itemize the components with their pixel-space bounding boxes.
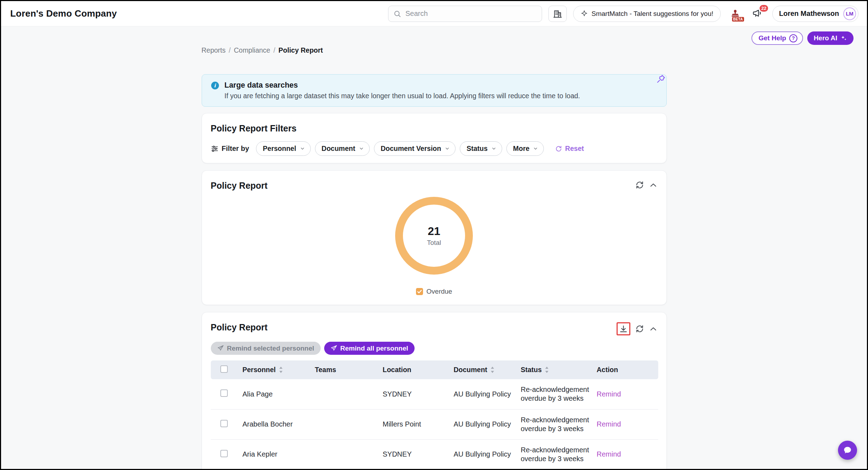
filter-document-version[interactable]: Document Version (374, 141, 456, 156)
donut-chart: 21 Total (211, 195, 658, 276)
get-help-label: Get Help (759, 34, 786, 42)
remind-link[interactable]: Remind (597, 420, 621, 428)
filter-more[interactable]: More (506, 141, 544, 156)
breadcrumb-compliance[interactable]: Compliance (234, 46, 270, 54)
app-header: Loren's Demo Company SmartMatch - Talent… (1, 1, 867, 27)
cell-location: Millers Point (383, 420, 421, 428)
legend-overdue-label: Overdue (427, 288, 452, 295)
filter-by-label-group: Filter by (211, 145, 249, 153)
donut-total-value: 21 (428, 225, 440, 238)
table-row: Alia Page SYDNEY AU Bullying Policy Re-a… (211, 379, 658, 409)
table-header-row: Personnel Teams Location Document Status… (211, 360, 658, 379)
filters-title: Policy Report Filters (211, 123, 658, 134)
search-icon (393, 10, 401, 18)
user-menu[interactable]: Loren Mathewson LM (772, 6, 858, 22)
user-name: Loren Mathewson (779, 10, 839, 18)
legend-overdue-swatch[interactable] (416, 288, 423, 295)
cell-location: SYDNEY (383, 390, 412, 398)
select-all-checkbox[interactable] (220, 365, 228, 373)
cell-location: SYDNEY (383, 450, 412, 458)
smartmatch-label: SmartMatch - Talent suggestions for you! (591, 10, 713, 18)
download-highlight (617, 322, 630, 335)
cell-personnel: Aria Kepler (243, 450, 278, 458)
sparkle-icon (581, 10, 588, 17)
reset-label: Reset (565, 145, 584, 153)
cell-personnel: Arabella Bocher (243, 420, 293, 428)
beta-badge: BETA (732, 17, 744, 22)
hero-ai-button[interactable]: Hero AI (807, 31, 854, 45)
cell-status: Re-acknowledgement overdue by 3 weeks (521, 446, 589, 463)
row-checkbox[interactable] (220, 420, 228, 427)
refresh-button[interactable] (635, 324, 644, 333)
banner-body: If you are fetching a large dataset this… (225, 92, 580, 100)
remind-buttons: Remind selected personnel Remind all per… (211, 342, 658, 355)
cell-document: AU Bullying Policy (454, 450, 511, 458)
search-input[interactable] (405, 9, 537, 18)
remind-link[interactable]: Remind (597, 390, 621, 398)
banner-title: Large data searches (225, 81, 580, 90)
collapse-button[interactable] (649, 325, 658, 333)
chat-bubble-icon (843, 446, 852, 455)
sort-icon[interactable] (279, 366, 283, 373)
pin-icon[interactable] (655, 73, 667, 86)
column-location: Location (383, 366, 411, 374)
cell-status: Re-acknowledgement overdue by 3 weeks (521, 416, 589, 433)
smartmatch-button[interactable]: SmartMatch - Talent suggestions for you! (573, 6, 721, 22)
notification-count-badge: 22 (759, 4, 769, 12)
chevron-down-icon (300, 146, 305, 151)
question-icon: ? (789, 34, 797, 42)
breadcrumb-current: Policy Report (279, 46, 323, 54)
policy-report-table: Personnel Teams Location Document Status… (211, 360, 658, 470)
building-icon (553, 9, 562, 18)
chart-card-header: Policy Report (211, 181, 658, 191)
filter-document[interactable]: Document (315, 141, 370, 156)
filter-document-version-label: Document Version (381, 145, 441, 153)
send-icon (217, 345, 224, 352)
column-status: Status (521, 366, 542, 374)
policy-report-table-card: Policy Report (202, 312, 667, 470)
remind-selected-label: Remind selected personnel (227, 345, 314, 352)
breadcrumb-separator: / (229, 46, 231, 54)
search-box[interactable] (388, 6, 542, 22)
column-personnel: Personnel (243, 366, 276, 374)
avatar: LM (843, 7, 856, 20)
info-icon: i (211, 82, 219, 89)
row-checkbox[interactable] (220, 389, 228, 397)
reset-icon (555, 145, 562, 152)
chat-launcher-button[interactable] (838, 441, 857, 460)
row-checkbox[interactable] (220, 450, 228, 457)
table-card-actions (617, 322, 658, 335)
policy-report-chart-card: Policy Report 21 T (202, 170, 667, 305)
breadcrumb-reports[interactable]: Reports (202, 46, 226, 54)
table-card-title: Policy Report (211, 322, 268, 333)
filter-by-label: Filter by (222, 145, 249, 153)
org-switcher-button[interactable] (548, 6, 567, 22)
sliders-icon (211, 145, 219, 153)
refresh-icon (635, 181, 644, 189)
legend-swatch-icon (416, 288, 423, 295)
donut-center: 21 Total (393, 195, 475, 276)
info-banner-text: Large data searches If you are fetching … (225, 81, 580, 100)
collapse-button[interactable] (649, 181, 658, 189)
sort-icon[interactable] (545, 366, 549, 373)
download-button[interactable] (619, 324, 628, 333)
notifications-button[interactable]: 22 (750, 6, 766, 22)
breadcrumb: Reports / Compliance / Policy Report (202, 46, 667, 54)
get-help-button[interactable]: Get Help ? (751, 31, 803, 45)
remind-selected-button[interactable]: Remind selected personnel (211, 342, 321, 355)
cell-status: Re-acknowledgement overdue by 3 weeks (521, 386, 589, 402)
filter-status[interactable]: Status (460, 141, 502, 156)
chart-legend: Overdue (211, 288, 658, 295)
remind-all-button[interactable]: Remind all personnel (324, 342, 415, 355)
hero-ai-label: Hero AI (814, 34, 837, 42)
refresh-button[interactable] (635, 181, 644, 189)
beta-stamp-button[interactable]: BETA (727, 6, 743, 22)
chevron-up-icon (649, 325, 658, 333)
reset-filters-button[interactable]: Reset (553, 144, 586, 153)
sort-icon[interactable] (490, 366, 495, 373)
breadcrumb-separator: / (273, 46, 275, 54)
cell-document: AU Bullying Policy (454, 420, 511, 428)
chart-card-title: Policy Report (211, 181, 268, 191)
remind-link[interactable]: Remind (597, 450, 621, 458)
filter-personnel[interactable]: Personnel (256, 141, 310, 156)
